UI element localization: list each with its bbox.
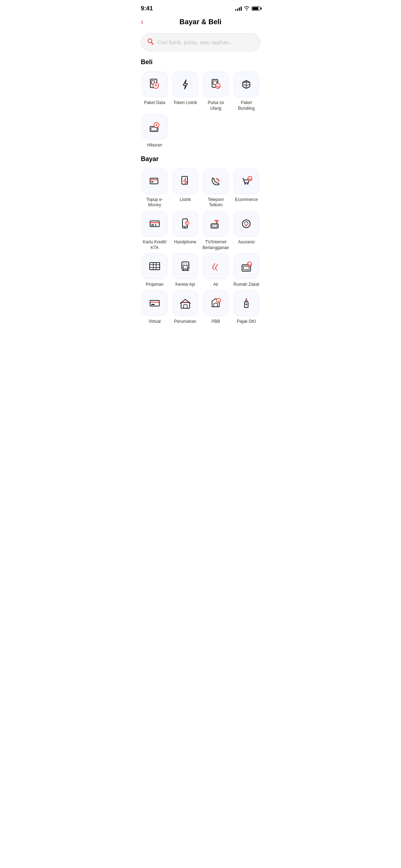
status-icons	[235, 6, 260, 11]
item-kereta-api[interactable]: Kereta Api	[171, 253, 199, 288]
svg-rect-18	[182, 176, 187, 184]
handphone-icon-box	[173, 211, 198, 237]
ecommerce-icon-box: Rp	[233, 169, 259, 194]
item-token-listrik[interactable]: Token Listrik	[171, 72, 199, 111]
item-handphone[interactable]: Handphone	[171, 211, 199, 250]
topup-emoney-icon-box	[142, 169, 168, 194]
svg-rect-26	[155, 224, 156, 226]
virtual-label: Virtual	[149, 319, 161, 325]
status-bar: 9:41	[134, 0, 267, 15]
svg-text:Rp: Rp	[248, 263, 251, 266]
battery-icon	[252, 6, 260, 11]
item-pajak-dki[interactable]: Pajak DKI	[232, 290, 260, 325]
item-telepon-telkom[interactable]: Telepon/ Telkom	[202, 169, 230, 208]
item-paket-data[interactable]: Paket Data	[141, 72, 169, 111]
svg-text:Rp: Rp	[216, 85, 220, 88]
item-perumahan[interactable]: Perumahan	[171, 290, 199, 325]
handphone-label: Handphone	[174, 239, 196, 245]
listrik-label: Listrik	[180, 197, 191, 203]
item-air[interactable]: Air	[202, 253, 230, 288]
svg-point-19	[245, 183, 246, 185]
pinjaman-label: Pinjaman	[146, 282, 164, 288]
rumah-zakat-label: Rumah Zakat	[233, 282, 259, 288]
hiburan-label: Hiburan	[147, 143, 162, 148]
beli-section: Beli Paket Data Token Listri	[134, 58, 267, 155]
svg-rect-25	[151, 224, 154, 226]
token-listrik-label: Token Listrik	[173, 100, 197, 106]
item-tv-internet[interactable]: TV/Internet Berlangganan	[202, 211, 230, 250]
svg-point-29	[184, 227, 185, 228]
search-box[interactable]: Cari listrik, pulsa, atau tagihan...	[141, 33, 260, 51]
kartu-kredit-icon-box	[142, 211, 168, 237]
pinjaman-icon-box	[142, 253, 168, 279]
bayar-title: Bayar	[141, 155, 260, 163]
item-paket-bundling[interactable]: Paket Bundling	[232, 72, 260, 111]
svg-rect-51	[243, 266, 249, 270]
paket-bundling-label: Paket Bundling	[232, 100, 260, 111]
ecommerce-label: Ecommerce	[235, 197, 258, 203]
item-virtual[interactable]: Virtual	[141, 290, 169, 325]
pbb-icon-box: %	[203, 290, 228, 316]
kereta-api-icon-box	[173, 253, 198, 279]
svg-point-64	[246, 298, 247, 299]
svg-rect-17	[151, 181, 153, 182]
status-time: 9:41	[141, 5, 153, 12]
svg-rect-57	[181, 303, 190, 308]
svg-rect-23	[150, 221, 159, 227]
pulsa-isi-ulang-icon-box: Rp	[203, 72, 228, 97]
svg-rect-58	[184, 305, 187, 308]
svg-text:%: %	[217, 300, 220, 302]
virtual-icon-box	[142, 290, 168, 316]
listrik-icon-box	[173, 169, 198, 194]
telepon-telkom-label: Telepon/ Telkom	[202, 197, 230, 208]
svg-point-20	[247, 183, 248, 185]
back-button[interactable]: ‹	[141, 17, 143, 27]
item-hiburan[interactable]: Hiburan	[141, 114, 169, 148]
svg-rect-11	[151, 128, 157, 130]
pajak-dki-label: Pajak DKI	[237, 319, 256, 325]
svg-rect-36	[150, 263, 160, 270]
svg-rect-32	[212, 225, 217, 227]
beli-title: Beli	[141, 58, 260, 66]
svg-rect-56	[151, 304, 155, 305]
svg-point-33	[216, 222, 217, 223]
item-rumah-zakat[interactable]: Rp Rumah Zakat	[232, 253, 260, 288]
item-kartu-kredit[interactable]: Kartu Kredit/ KTA	[141, 211, 169, 250]
air-label: Air	[213, 282, 219, 288]
svg-point-43	[182, 267, 184, 268]
search-icon	[147, 38, 154, 47]
svg-point-2	[152, 43, 153, 45]
item-pulsa-isi-ulang[interactable]: Rp Pulsa Isi Ulang	[202, 72, 230, 111]
perumahan-label: Perumahan	[174, 319, 196, 325]
air-icon-box	[203, 253, 228, 279]
asuransi-icon-box	[233, 211, 259, 237]
item-asuransi[interactable]: Asuransi	[232, 211, 260, 250]
svg-rect-60	[214, 303, 217, 307]
kereta-api-label: Kereta Api	[175, 282, 195, 288]
paket-data-label: Paket Data	[144, 100, 165, 106]
signal-icon	[235, 6, 242, 11]
svg-text:Rp: Rp	[248, 178, 251, 181]
tv-internet-label: TV/Internet Berlangganan	[202, 239, 230, 250]
svg-point-44	[187, 267, 188, 268]
item-listrik[interactable]: Listrik	[171, 169, 199, 208]
tv-internet-icon-box	[203, 211, 228, 237]
item-pinjaman[interactable]: Pinjaman	[141, 253, 169, 288]
search-placeholder: Cari listrik, pulsa, atau tagihan...	[158, 39, 233, 45]
item-topup-emoney[interactable]: Topup e-Money	[141, 169, 169, 208]
pulsa-isi-ulang-label: Pulsa Isi Ulang	[202, 100, 230, 111]
paket-data-icon-box	[142, 72, 168, 97]
svg-point-35	[242, 220, 250, 228]
topup-emoney-label: Topup e-Money	[141, 197, 169, 208]
kartu-kredit-label: Kartu Kredit/ KTA	[141, 239, 169, 250]
pajak-dki-icon-box	[233, 290, 259, 316]
header: ‹ Bayar & Beli	[134, 15, 267, 32]
paket-bundling-icon-box	[233, 72, 259, 97]
search-container: Cari listrik, pulsa, atau tagihan...	[134, 32, 267, 58]
beli-grid: Paket Data Token Listrik Rp Pulsa Isi	[141, 72, 260, 148]
perumahan-icon-box	[173, 290, 198, 316]
item-ecommerce[interactable]: Rp Ecommerce	[232, 169, 260, 208]
wifi-icon	[244, 6, 250, 11]
bayar-grid: Topup e-Money Listrik Telepon/ Telkom	[141, 169, 260, 325]
item-pbb[interactable]: % PBB	[202, 290, 230, 325]
